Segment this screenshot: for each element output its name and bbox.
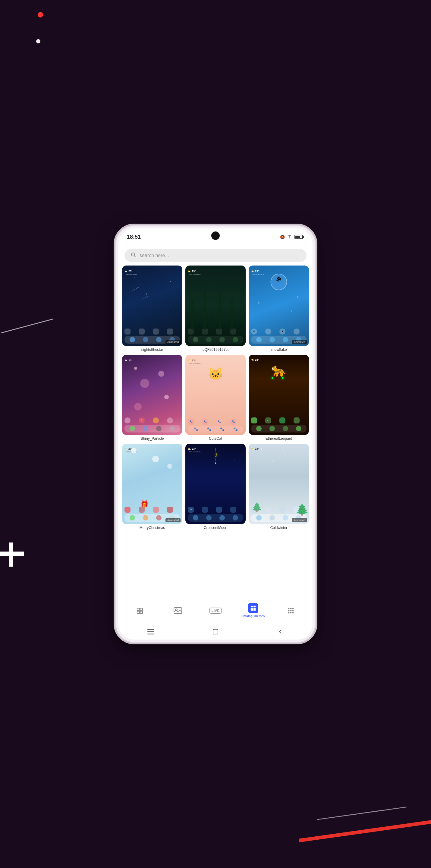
theme-name-cutecat: CuteCat (209, 436, 222, 441)
theme-name-snowflake: snowflake (271, 347, 287, 352)
theme-thumb-christmas: 🎁 ⛅ 23° San Francisco (122, 444, 182, 524)
nav-item-grid[interactable] (279, 606, 303, 616)
svg-rect-5 (140, 611, 143, 614)
phone-screen: 18:51 🔕 (119, 228, 312, 640)
animated-badge-coldwinter: Animated (292, 518, 307, 522)
svg-rect-3 (137, 611, 140, 614)
svg-rect-4 (140, 608, 143, 611)
phone-frame: 18:51 🔕 (116, 226, 315, 642)
theme-thumb-coldwinter: 🌲 🌲 ❄ ❄ ❄ ⛅ 23° (249, 444, 309, 524)
theme-item-nightofthestar[interactable]: ⛅ 23° San Francisco (122, 266, 182, 352)
nav-item-live[interactable]: LIVE (204, 606, 227, 616)
theme-thumb-snowflake: ❄ ⛅ 23° San Francisco ❄ ❄ ❄ (249, 266, 309, 346)
catalog-label: Catalog Themes (241, 615, 265, 618)
theme-thumb-crescentmoon: ☽ ★ ✦ ✦ ✦ ⛅ 23° (185, 444, 246, 524)
svg-rect-9 (253, 606, 255, 608)
theme-grid: ⛅ 23° San Francisco (122, 266, 309, 533)
bg-line-red-bottom (299, 818, 431, 842)
android-home-button[interactable] (210, 626, 221, 637)
animated-badge-christmas: Animated (165, 518, 181, 522)
svg-point-12 (288, 608, 289, 609)
theme-name-nightofthestar: nightofthestar (141, 347, 163, 352)
svg-rect-24 (213, 629, 218, 634)
live-icon: LIVE (210, 606, 221, 616)
android-back-button[interactable] (275, 626, 286, 637)
theme-item-lqf[interactable]: ⛅ 23° San Francisco (185, 266, 246, 352)
camera-notch (211, 231, 220, 240)
grid-icon (286, 606, 296, 616)
theme-name-crescentmoon: CrescentMoon (204, 526, 227, 530)
bottom-navigation: LIVE Catalog Themes (119, 597, 312, 624)
theme-item-leopard[interactable]: 🐆 ⛅ 23° 31 (249, 355, 309, 441)
svg-rect-8 (251, 606, 253, 608)
theme-item-shiny[interactable]: ⛅ 23° 7 (122, 355, 182, 441)
svg-point-17 (292, 610, 294, 611)
nav-item-home[interactable] (128, 606, 152, 616)
svg-point-16 (290, 610, 291, 611)
svg-point-20 (292, 612, 294, 613)
status-icons: 🔕 (280, 235, 304, 239)
mute-icon: 🔕 (280, 235, 285, 239)
svg-point-13 (290, 608, 291, 609)
search-placeholder: search here... (140, 253, 301, 258)
wifi-icon (287, 235, 292, 239)
svg-point-14 (292, 608, 294, 609)
bg-dot-red (38, 12, 43, 18)
svg-rect-22 (147, 631, 154, 632)
theme-item-coldwinter[interactable]: 🌲 🌲 ❄ ❄ ❄ ⛅ 23° (249, 444, 309, 530)
status-time: 18:51 (127, 234, 141, 240)
theme-thumb-leopard: 🐆 ⛅ 23° 31 (249, 355, 309, 435)
animated-badge-nightofthestar: Animated (165, 340, 181, 344)
theme-item-christmas[interactable]: 🎁 ⛅ 23° San Francisco (122, 444, 182, 530)
svg-rect-23 (147, 634, 154, 635)
svg-point-0 (131, 253, 135, 256)
theme-name-christmas: MerryChristmas (140, 526, 165, 530)
nav-item-wallpaper[interactable] (166, 606, 190, 616)
theme-item-snowflake[interactable]: ❄ ⛅ 23° San Francisco ❄ ❄ ❄ (249, 266, 309, 352)
theme-thumb-shiny: ⛅ 23° 7 (122, 355, 182, 435)
svg-point-19 (290, 612, 291, 613)
theme-thumb-nightofthestar: ⛅ 23° San Francisco (122, 266, 182, 346)
home-icon (135, 606, 145, 616)
svg-line-1 (134, 255, 135, 257)
nav-item-catalog[interactable]: Catalog Themes (241, 603, 265, 618)
bg-line-white-bottom (317, 807, 406, 820)
animated-badge-snowflake: Animated (292, 340, 307, 344)
theme-thumb-cutecat: ⛅ 23° San Francisco 🐱 🐾 🐾 🐾 (185, 355, 246, 435)
theme-name-coldwinter: Coldwinter (270, 526, 287, 530)
search-bar[interactable]: search here... (124, 249, 307, 262)
theme-item-crescentmoon[interactable]: ☽ ★ ✦ ✦ ✦ ⛅ 23° (185, 444, 246, 530)
theme-name-leopard: EtherealLeopard (266, 436, 293, 441)
android-menu-button[interactable] (145, 626, 156, 637)
theme-thumb-lqf: ⛅ 23° San Francisco (185, 266, 246, 346)
svg-point-15 (288, 610, 289, 611)
svg-point-18 (288, 612, 289, 613)
svg-rect-2 (137, 608, 140, 611)
bg-line-white (1, 318, 54, 333)
wallpaper-icon (173, 606, 183, 616)
battery-icon (295, 235, 304, 239)
theme-name-shiny: Shiny_Particle (141, 436, 164, 441)
theme-item-cutecat[interactable]: ⛅ 23° San Francisco 🐱 🐾 🐾 🐾 (185, 355, 246, 441)
status-bar: 18:51 🔕 (119, 228, 312, 245)
search-icon (130, 252, 136, 259)
svg-rect-21 (147, 629, 154, 630)
theme-name-lqf: LQF20199197pt (203, 347, 229, 352)
svg-rect-11 (253, 608, 255, 611)
bg-dot-white (36, 39, 40, 43)
android-nav-bar (119, 624, 312, 640)
svg-rect-10 (251, 608, 253, 611)
catalog-icon (248, 603, 258, 613)
content-area: ⛅ 23° San Francisco (119, 266, 312, 597)
